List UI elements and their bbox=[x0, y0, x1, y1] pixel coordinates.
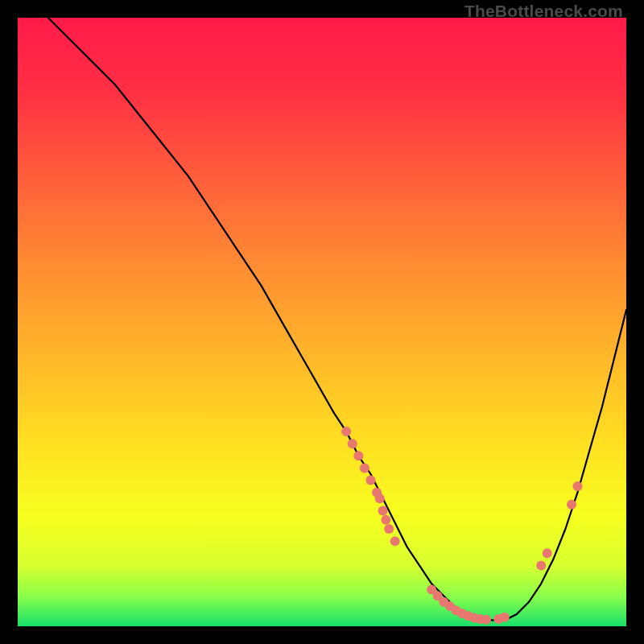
curve-marker bbox=[481, 615, 491, 625]
curve-marker bbox=[353, 451, 363, 460]
curve-marker bbox=[381, 515, 390, 525]
curve-marker bbox=[375, 493, 385, 503]
curve-marker bbox=[378, 506, 388, 515]
watermark-text: TheBottleneck.com bbox=[464, 2, 623, 21]
curve-marker bbox=[500, 613, 510, 622]
curve-marker bbox=[341, 427, 351, 436]
curve-marker bbox=[536, 560, 546, 570]
chart-stage: TheBottleneck.com bbox=[0, 0, 644, 644]
curve-marker bbox=[543, 548, 552, 558]
curve-marker bbox=[567, 500, 576, 510]
curve-layer bbox=[18, 18, 626, 626]
bottleneck-curve bbox=[18, 18, 626, 620]
curve-marker bbox=[348, 439, 357, 448]
curve-marker bbox=[390, 536, 400, 546]
curve-marker bbox=[360, 463, 369, 473]
curve-markers bbox=[341, 427, 582, 625]
plot-area bbox=[18, 18, 626, 626]
curve-marker bbox=[366, 476, 376, 485]
curve-marker bbox=[573, 481, 583, 491]
curve-marker bbox=[384, 524, 394, 534]
